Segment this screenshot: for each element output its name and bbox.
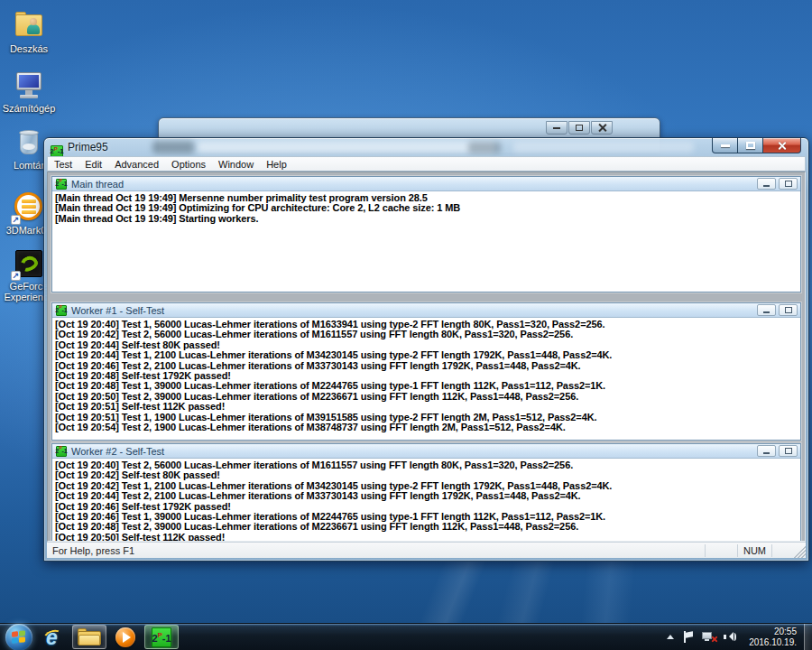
status-help-text: For Help, press F1: [47, 545, 705, 556]
maximize-icon[interactable]: [779, 178, 798, 190]
windows-explorer-taskbar-button[interactable]: [72, 625, 106, 649]
menu-help[interactable]: Help: [260, 158, 293, 171]
status-pane: [771, 544, 793, 557]
prime95-taskbar-button[interactable]: 2P-1: [144, 625, 179, 649]
worker1-window: 2P-1 Worker #1 - Self-Test [Oct 19 20:40…: [51, 302, 801, 441]
user-folder-icon: [13, 11, 45, 42]
maximize-icon[interactable]: [779, 304, 798, 316]
recycle-bin-icon: [13, 127, 45, 158]
desktop-icon-label: Számítógép: [0, 103, 58, 114]
status-bar: For Help, press F1 NUM: [47, 542, 806, 558]
worker1-log[interactable]: [Oct 19 20:40] Test 1, 56000 Lucas-Lehme…: [52, 318, 800, 440]
menu-test[interactable]: Test: [48, 158, 78, 171]
clock-time: 20:55: [744, 627, 797, 637]
log-line: [Oct 19 20:44] Test 2, 2100 Lucas-Lehmer…: [55, 491, 800, 501]
computer-icon: [13, 70, 45, 101]
geforce-experience-icon: ↗: [13, 248, 45, 279]
internet-explorer-icon: e: [42, 627, 64, 648]
worker2-titlebar[interactable]: 2P-1 Worker #2 - Self-Test: [52, 444, 800, 459]
minimize-icon[interactable]: [757, 178, 776, 190]
tray-chevron-icon[interactable]: [667, 635, 674, 639]
internet-explorer-taskbar-button[interactable]: e: [36, 625, 70, 649]
main-thread-log[interactable]: [Main thread Oct 19 19:49] Mersenne numb…: [52, 191, 800, 292]
minimize-icon[interactable]: [757, 445, 776, 457]
child-window-title: Worker #2 - Self-Test: [71, 446, 164, 457]
child-window-title: Main thread: [71, 179, 124, 190]
close-icon[interactable]: [591, 121, 613, 135]
child-window-title: Worker #1 - Self-Test: [71, 305, 164, 316]
log-line: [Oct 19 20:44] Test 1, 2100 Lucas-Lehmer…: [55, 350, 800, 360]
action-center-flag-icon[interactable]: [683, 631, 694, 643]
menu-advanced[interactable]: Advanced: [108, 158, 165, 171]
clock-date: 2016.10.19.: [744, 637, 797, 648]
taskbar: e 2P-1 20:55 2016.10.19.: [0, 623, 812, 650]
close-icon[interactable]: [763, 138, 801, 153]
taskbar-clock[interactable]: 20:55 2016.10.19.: [744, 627, 800, 648]
maximize-icon[interactable]: [568, 121, 590, 135]
shortcut-arrow-icon: ↗: [11, 215, 21, 225]
prime95-window: 2P-1 Prime95 Test Edit Advanced Options …: [43, 137, 809, 562]
minimize-icon[interactable]: [546, 121, 567, 135]
desktop-icon-label: Deszkás: [0, 43, 58, 54]
media-player-icon: [115, 627, 135, 647]
worker1-titlebar[interactable]: 2P-1 Worker #1 - Self-Test: [52, 303, 800, 318]
3dmark06-icon: ↗: [13, 192, 45, 223]
network-disconnected-icon[interactable]: [702, 631, 715, 643]
prime95-titlebar[interactable]: 2P-1 Prime95: [44, 138, 808, 156]
show-desktop-button[interactable]: [804, 624, 812, 650]
log-line: [Main thread Oct 19 19:49] Starting work…: [55, 214, 800, 224]
volume-icon[interactable]: [724, 631, 737, 643]
prime95-icon: 2P-1: [56, 305, 67, 316]
maximize-icon[interactable]: [738, 138, 763, 153]
folder-icon: [78, 628, 101, 646]
status-pane: [705, 544, 737, 557]
main-thread-titlebar[interactable]: 2P-1 Main thread: [52, 177, 800, 191]
maximize-icon[interactable]: [779, 445, 798, 457]
minimize-icon[interactable]: [712, 138, 738, 153]
desktop-icon-szamitogep[interactable]: Számítógép: [0, 70, 58, 114]
prime95-icon: 2P-1: [51, 145, 63, 156]
minimize-icon[interactable]: [757, 304, 776, 316]
menu-bar: Test Edit Advanced Options Window Help: [47, 156, 806, 172]
media-player-taskbar-button[interactable]: [108, 625, 143, 649]
worker2-log[interactable]: [Oct 19 20:40] Test 2, 56000 Lucas-Lehme…: [52, 459, 800, 542]
desktop-icon-deszkas[interactable]: Deszkás: [0, 11, 58, 54]
prime95-icon: 2P-1: [56, 179, 67, 190]
window-title: Prime95: [68, 141, 108, 153]
windows-logo-icon: [5, 624, 32, 650]
menu-window[interactable]: Window: [212, 158, 260, 171]
mdi-workspace: 2P-1 Main thread [Main thread Oct 19 19:…: [47, 172, 806, 542]
prime95-icon: 2P-1: [56, 446, 67, 457]
shortcut-arrow-icon: ↗: [11, 271, 21, 281]
main-thread-window: 2P-1 Main thread [Main thread Oct 19 19:…: [51, 176, 801, 292]
menu-options[interactable]: Options: [165, 158, 212, 171]
worker2-window: 2P-1 Worker #2 - Self-Test [Oct 19 20:40…: [51, 443, 801, 542]
log-line: [Oct 19 20:50] Self-test 112K passed!: [55, 533, 800, 542]
desktop: Deszkás Számítógép Lomtár ↗ 3DMark06 ↗ G…: [0, 0, 812, 650]
prime95-icon: 2P-1: [152, 627, 171, 647]
system-tray: 20:55 2016.10.19.: [667, 624, 812, 650]
start-button[interactable]: [4, 624, 34, 650]
log-line: [Oct 19 20:54] Test 2, 1900 Lucas-Lehmer…: [55, 422, 800, 432]
num-lock-indicator: NUM: [737, 544, 771, 557]
menu-edit[interactable]: Edit: [78, 158, 108, 171]
log-line: [Oct 19 20:51] Self-test 112K passed!: [55, 402, 800, 412]
resize-grip[interactable]: [793, 545, 806, 558]
